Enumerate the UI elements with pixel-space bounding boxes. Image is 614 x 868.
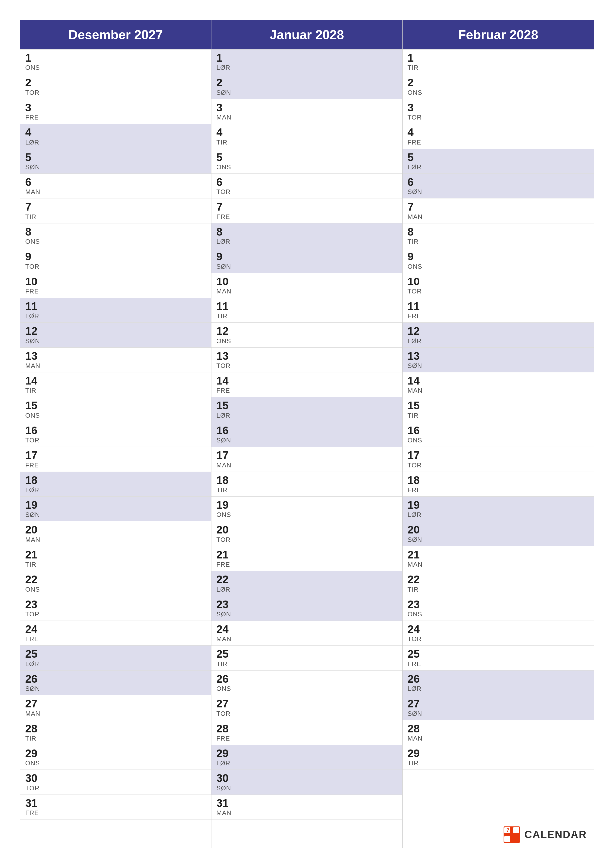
page: Desember 20271ONS2TOR3FRE4LØR5SØN6MAN7TI… [0,0,614,868]
day-row: 9ONS [403,248,594,273]
day-row: 13TOR [211,348,402,372]
day-number: 1 [25,52,206,64]
day-name: ONS [25,760,206,767]
day-row: 12LØR [403,322,594,347]
day-name: MAN [407,213,589,221]
day-name: TOR [25,263,206,270]
day-number: 26 [216,673,397,685]
day-name: MAN [25,710,206,718]
day-name: FRE [25,288,206,295]
day-name: FRE [25,809,206,817]
day-row: 11LØR [20,298,211,322]
day-number: 11 [216,301,397,312]
day-name: TOR [216,188,397,196]
day-name: FRE [407,312,589,320]
day-name: TOR [25,437,206,444]
day-name: SØN [25,163,206,171]
day-name: FRE [407,139,589,146]
day-row: 26LØR [403,671,594,695]
day-number: 2 [407,77,589,88]
day-number: 6 [25,176,206,188]
day-name: LØR [407,337,589,345]
day-number: 29 [25,747,206,760]
day-row: 13MAN [20,348,211,372]
day-name: ONS [216,337,397,345]
day-row: 26SØN [20,671,211,695]
day-number: 4 [407,126,589,138]
day-row: 16SØN [211,422,402,447]
day-number: 18 [407,474,589,486]
day-row: 20TOR [211,521,402,546]
day-row: 26ONS [211,671,402,695]
day-number: 10 [25,276,206,288]
day-name: MAN [216,462,397,469]
day-row: 29LØR [211,745,402,770]
day-row: 18TIR [211,472,402,497]
day-number: 19 [25,499,206,511]
day-number: 5 [25,152,206,163]
day-row: 6SØN [403,174,594,198]
day-name: TIR [216,660,397,668]
day-name: LØR [25,486,206,494]
day-row: 5ONS [211,149,402,174]
day-number: 3 [216,102,397,113]
day-row: 16ONS [403,422,594,447]
day-row: 19SØN [20,497,211,521]
day-name: TOR [407,635,589,643]
day-row: 21MAN [403,546,594,571]
day-number: 16 [407,425,589,437]
day-number: 22 [407,574,589,586]
day-row: 15TIR [403,397,594,422]
month-column-1: Januar 20281LØR2SØN3MAN4TIR5ONS6TOR7FRE8… [211,20,403,848]
day-row: 30TOR [20,770,211,795]
day-name: LØR [25,139,206,146]
day-row: 1ONS [20,50,211,74]
day-number: 7 [25,201,206,213]
day-name: TOR [25,784,206,792]
day-name: LØR [216,64,397,71]
day-row: 31FRE [20,795,211,820]
calendar-grid: Desember 20271ONS2TOR3FRE4LØR5SØN6MAN7TI… [20,20,594,848]
day-number: 16 [216,425,397,437]
day-number: 13 [216,350,397,362]
day-name: MAN [407,387,589,394]
day-name: LØR [216,238,397,245]
day-row: 23SØN [211,596,402,621]
day-row: 20MAN [20,521,211,546]
svg-text:7: 7 [507,828,509,833]
day-row: 4LØR [20,124,211,149]
day-name: TOR [25,89,206,96]
day-row: 25LØR [20,646,211,670]
day-row: 12SØN [20,322,211,347]
day-row: 27TOR [211,695,402,720]
day-row: 1TIR [403,50,594,74]
day-name: TIR [25,213,206,221]
day-number: 14 [407,375,589,387]
day-number: 18 [25,474,206,486]
day-row: 28TIR [20,720,211,745]
day-name: TOR [216,710,397,718]
day-row: 3TOR [403,99,594,124]
month-header-2: Februar 2028 [403,20,594,50]
day-row: 10FRE [20,273,211,298]
day-number: 12 [216,325,397,337]
day-number: 18 [216,474,397,486]
day-name: TIR [216,139,397,146]
day-row: 25TIR [211,646,402,670]
day-row: 14FRE [211,372,402,397]
day-number: 24 [407,623,589,635]
day-row: 5SØN [20,149,211,174]
day-row: 15LØR [211,397,402,422]
day-name: FRE [407,486,589,494]
day-name: TOR [407,462,589,469]
day-name: SØN [407,188,589,196]
day-row: 2ONS [403,74,594,99]
day-number: 7 [407,201,589,213]
day-row: 12ONS [211,322,402,347]
day-number: 15 [25,400,206,411]
day-number: 9 [407,251,589,262]
day-name: ONS [25,412,206,419]
day-number: 23 [407,598,589,611]
day-name: TOR [407,113,589,121]
day-number: 14 [25,375,206,387]
